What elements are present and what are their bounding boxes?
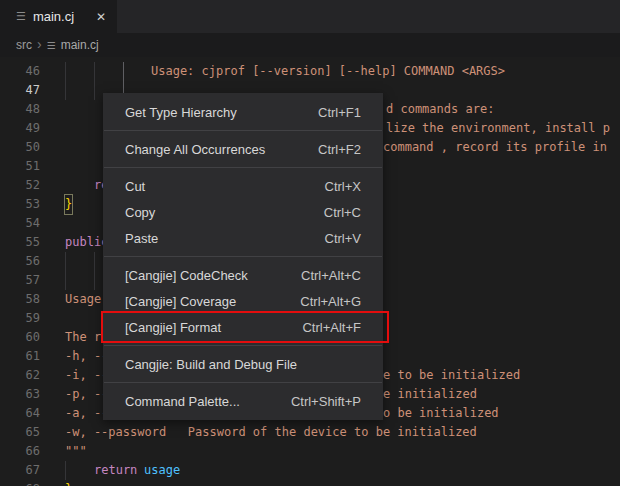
menu-item-cangjie-coverage[interactable]: [Cangjie] CoverageCtrl+Alt+G bbox=[103, 288, 383, 314]
line-number: 53 bbox=[0, 195, 40, 214]
menu-item-paste[interactable]: PasteCtrl+V bbox=[103, 225, 383, 251]
menu-divider bbox=[104, 382, 382, 383]
line-number: 46 bbox=[0, 62, 40, 81]
code-token: -a, -- bbox=[65, 404, 108, 423]
indent-guide bbox=[94, 271, 95, 290]
indent-guide bbox=[65, 461, 66, 480]
line-number: 65 bbox=[0, 423, 40, 442]
menu-item-command-palette[interactable]: Command Palette...Ctrl+Shift+P bbox=[103, 388, 383, 414]
line-number: 59 bbox=[0, 309, 40, 328]
menu-item-cut[interactable]: CutCtrl+X bbox=[103, 173, 383, 199]
menu-item-label: [Cangjie] Coverage bbox=[125, 294, 300, 309]
menu-item-label: Copy bbox=[125, 205, 324, 220]
menu-item-shortcut: Ctrl+C bbox=[324, 205, 361, 220]
close-icon[interactable]: ✕ bbox=[93, 9, 109, 25]
line-number: 51 bbox=[0, 157, 40, 176]
vscode-window: ☰ main.cj ✕ src › ☰ main.cj 46Usage: cjp… bbox=[0, 0, 620, 486]
code-line: 46Usage: cjprof [--version] [--help] COM… bbox=[0, 62, 620, 81]
code-token: usage bbox=[144, 461, 180, 480]
line-number: 55 bbox=[0, 233, 40, 252]
menu-item-get-type-hierarchy[interactable]: Get Type HierarchyCtrl+F1 bbox=[103, 99, 383, 125]
line-number: 56 bbox=[0, 252, 40, 271]
file-icon: ☰ bbox=[16, 11, 26, 22]
menu-item-copy[interactable]: CopyCtrl+C bbox=[103, 199, 383, 225]
code-line: 66""" bbox=[0, 442, 620, 461]
menu-item-shortcut: Ctrl+X bbox=[325, 179, 361, 194]
menu-item-label: [Cangjie] Format bbox=[125, 320, 302, 335]
menu-item-shortcut: Ctrl+V bbox=[325, 231, 361, 246]
menu-item-shortcut: Ctrl+Alt+G bbox=[300, 294, 361, 309]
code-token: } bbox=[65, 195, 72, 214]
code-line: 65-w, --password Password of the device … bbox=[0, 423, 620, 442]
code-token: -w, --password Password of the device to… bbox=[65, 423, 477, 442]
code-token: public bbox=[65, 233, 108, 252]
code-token: e to be initialized bbox=[383, 366, 520, 385]
breadcrumb-folder[interactable]: src bbox=[16, 38, 32, 52]
indent-guide bbox=[65, 271, 66, 290]
menu-item-label: Change All Occurrences bbox=[125, 142, 318, 157]
breadcrumb: src › ☰ main.cj bbox=[0, 33, 620, 57]
code-token: return bbox=[94, 461, 137, 480]
line-number: 57 bbox=[0, 271, 40, 290]
indent-guide bbox=[94, 81, 95, 100]
menu-item-change-all-occurrences[interactable]: Change All OccurrencesCtrl+F2 bbox=[103, 136, 383, 162]
line-number: 58 bbox=[0, 290, 40, 309]
code-token: lize the environment, install p bbox=[386, 119, 610, 138]
indent-guide bbox=[94, 252, 95, 271]
indent-guide bbox=[65, 81, 66, 100]
line-number: 64 bbox=[0, 404, 40, 423]
code-token: o be initialized bbox=[383, 404, 499, 423]
menu-item-label: Cangjie: Build and Debug File bbox=[125, 357, 361, 372]
indent-guide bbox=[65, 252, 66, 271]
line-number: 49 bbox=[0, 119, 40, 138]
code-token: Usage: cjprof [--version] [--help] COMMA… bbox=[151, 62, 505, 81]
line-number: 50 bbox=[0, 138, 40, 157]
menu-item-label: Paste bbox=[125, 231, 325, 246]
line-number: 67 bbox=[0, 461, 40, 480]
code-token: -h, -- bbox=[65, 347, 108, 366]
file-icon: ☰ bbox=[47, 40, 56, 51]
menu-item-shortcut: Ctrl+Shift+P bbox=[291, 394, 361, 409]
line-number: 63 bbox=[0, 385, 40, 404]
line-number: 61 bbox=[0, 347, 40, 366]
code-line: 68} bbox=[0, 480, 620, 486]
menu-item-label: Command Palette... bbox=[125, 394, 291, 409]
tab-bar: ☰ main.cj ✕ bbox=[0, 0, 620, 33]
menu-item-label: [Cangjie] CodeCheck bbox=[125, 268, 301, 283]
menu-item-cangjie-codecheck[interactable]: [Cangjie] CodeCheckCtrl+Alt+C bbox=[103, 262, 383, 288]
code-token: e initialized bbox=[383, 385, 477, 404]
menu-item-cangjie-build-and-debug-file[interactable]: Cangjie: Build and Debug File bbox=[103, 351, 383, 377]
line-number: 54 bbox=[0, 214, 40, 233]
code-token: d commands are: bbox=[386, 100, 494, 119]
code-token: command , record its profile in bbox=[383, 138, 607, 157]
code-token: -i, -- bbox=[65, 366, 108, 385]
menu-divider bbox=[104, 130, 382, 131]
indent-guide bbox=[65, 62, 66, 81]
menu-item-shortcut: Ctrl+F2 bbox=[318, 142, 361, 157]
context-menu: Get Type HierarchyCtrl+F1Change All Occu… bbox=[103, 93, 383, 420]
menu-divider bbox=[104, 256, 382, 257]
chevron-right-icon: › bbox=[37, 37, 42, 51]
line-number: 47 bbox=[0, 81, 40, 100]
line-number: 62 bbox=[0, 366, 40, 385]
indent-guide bbox=[94, 62, 95, 81]
menu-item-shortcut: Ctrl+F1 bbox=[318, 105, 361, 120]
menu-divider bbox=[104, 167, 382, 168]
line-number: 48 bbox=[0, 100, 40, 119]
line-number: 60 bbox=[0, 328, 40, 347]
menu-item-label: Cut bbox=[125, 179, 325, 194]
tab-title: main.cj bbox=[33, 9, 86, 24]
line-number: 66 bbox=[0, 442, 40, 461]
breadcrumb-file[interactable]: main.cj bbox=[61, 38, 99, 52]
line-number: 52 bbox=[0, 176, 40, 195]
menu-item-shortcut: Ctrl+Alt+F bbox=[302, 320, 361, 335]
tab-main-cj[interactable]: ☰ main.cj ✕ bbox=[0, 0, 117, 33]
line-number: 68 bbox=[0, 480, 40, 486]
menu-item-cangjie-format[interactable]: [Cangjie] FormatCtrl+Alt+F bbox=[103, 314, 383, 340]
code-line: 67returnusage bbox=[0, 461, 620, 480]
code-token: -p, -- bbox=[65, 385, 108, 404]
indent-guide bbox=[123, 62, 124, 81]
menu-item-label: Get Type Hierarchy bbox=[125, 105, 318, 120]
menu-divider bbox=[104, 345, 382, 346]
code-token: """ bbox=[65, 442, 87, 461]
